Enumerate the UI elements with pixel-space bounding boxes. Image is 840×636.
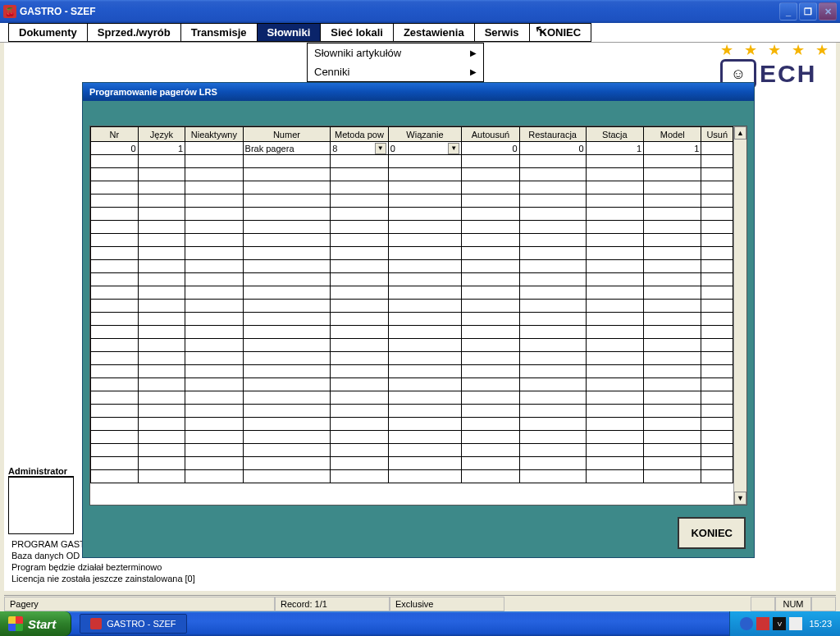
dropdown-label: Słowniki artykułów — [314, 47, 401, 59]
taskbar-app[interactable]: GASTRO - SZEF — [80, 614, 186, 634]
admin-panel: Administrator — [8, 466, 74, 534]
table-row[interactable] — [91, 194, 733, 208]
scroll-up-icon[interactable]: ▲ — [734, 126, 746, 140]
menubar: Dokumenty Sprzed./wyrób Transmisje Słown… — [0, 23, 840, 43]
start-label: Start — [28, 617, 56, 631]
minimize-button[interactable]: _ — [779, 2, 797, 21]
taskbar-app-label: GASTRO - SZEF — [107, 619, 176, 629]
dropdown-icon[interactable]: ▼ — [448, 143, 459, 154]
col-wiazanie[interactable]: Wiązanie — [388, 127, 462, 142]
info-line-4: Licencja nie została jeszcze zainstalowa… — [11, 573, 195, 584]
table-row[interactable] — [91, 221, 733, 234]
window-title: GASTRO - SZEF — [20, 6, 778, 17]
status-blank2 — [811, 597, 836, 611]
table-row[interactable] — [91, 286, 733, 300]
menu-dokumenty[interactable]: Dokumenty — [8, 23, 88, 42]
table-row[interactable] — [91, 365, 733, 378]
table-row[interactable] — [91, 260, 733, 273]
status-record: Record: 1/1 — [275, 597, 390, 611]
scroll-down-icon[interactable]: ▼ — [734, 492, 746, 505]
col-autousun[interactable]: Autousuń — [462, 127, 519, 142]
windows-logo-icon — [8, 616, 23, 631]
table-row[interactable] — [91, 444, 733, 457]
col-nr[interactable]: Nr — [91, 127, 139, 142]
table-row[interactable] — [91, 155, 733, 168]
table-row[interactable] — [91, 352, 733, 365]
table-row[interactable] — [91, 313, 733, 326]
table-row[interactable] — [91, 326, 733, 339]
data-table[interactable]: Nr Język Nieaktywny Numer Metoda pow Wią… — [90, 126, 733, 483]
statusbar: Pagery Record: 1/1 Exclusive NUM — [4, 595, 836, 611]
table-header-row: Nr Język Nieaktywny Numer Metoda pow Wią… — [91, 127, 733, 142]
menu-koniec[interactable]: KONIEC — [529, 23, 592, 42]
dropdown-item-slowniki-artykulow[interactable]: Słowniki artykułów ▶ — [308, 43, 483, 62]
dropdown-label: Cenniki — [314, 66, 349, 78]
start-button[interactable]: Start — [0, 611, 71, 636]
taskbar-app-icon — [90, 618, 102, 629]
menu-transmisje[interactable]: Transmisje — [180, 23, 258, 42]
menu-sprzed[interactable]: Sprzed./wyrób — [87, 23, 181, 42]
maximize-button[interactable]: ❐ — [799, 2, 817, 21]
status-num: NUM — [775, 597, 811, 611]
inner-window: Programowanie pagerów LRS Nr Język Nieak… — [82, 82, 755, 558]
admin-label: Administrator — [8, 466, 74, 477]
menu-dropdown: Słowniki artykułów ▶ Cenniki ▶ — [307, 43, 484, 82]
col-usun[interactable]: Usuń — [701, 127, 733, 142]
col-nieaktywny[interactable]: Nieaktywny — [185, 127, 243, 142]
admin-box — [8, 477, 74, 534]
tray-icon[interactable] — [756, 617, 769, 630]
table-row[interactable]: 01Brak pagera8▼0▼0011 — [91, 142, 733, 155]
info-line-3: Program będzie działał bezterminowo — [11, 561, 195, 573]
inner-title: Programowanie pagerów LRS — [89, 87, 217, 97]
col-numer[interactable]: Numer — [243, 127, 331, 142]
koniec-button[interactable]: KONIEC — [678, 517, 746, 549]
system-tray[interactable]: V 15:23 — [729, 611, 840, 636]
table-row[interactable] — [91, 181, 733, 194]
table-row[interactable] — [91, 405, 733, 418]
table-row[interactable] — [91, 208, 733, 221]
col-stacja[interactable]: Stacja — [586, 127, 643, 142]
menu-serwis[interactable]: Serwis — [474, 23, 530, 42]
table-row[interactable] — [91, 418, 733, 431]
table-row[interactable] — [91, 168, 733, 181]
status-blank — [751, 597, 775, 611]
table-row[interactable] — [91, 378, 733, 391]
tray-icon[interactable] — [740, 617, 753, 630]
submenu-arrow-icon: ▶ — [470, 67, 477, 76]
col-model[interactable]: Model — [644, 127, 701, 142]
status-left: Pagery — [4, 597, 275, 611]
table-row[interactable] — [91, 247, 733, 260]
dropdown-icon[interactable]: ▼ — [375, 143, 386, 154]
col-restauracja[interactable]: Restauracja — [519, 127, 586, 142]
inner-titlebar: Programowanie pagerów LRS — [83, 83, 754, 101]
table-row[interactable] — [91, 470, 733, 483]
menu-zestawienia[interactable]: Zestawienia — [393, 23, 475, 42]
tray-icon[interactable]: V — [773, 617, 786, 630]
table-row[interactable] — [91, 273, 733, 286]
logo-stars: ★ ★ ★ ★ ★ — [720, 41, 832, 59]
status-mode: Exclusive — [390, 597, 504, 611]
submenu-arrow-icon: ▶ — [470, 48, 477, 57]
logo-text: ECH — [760, 60, 816, 88]
table-row[interactable] — [91, 457, 733, 470]
table-row[interactable] — [91, 300, 733, 313]
table-row[interactable] — [91, 391, 733, 405]
col-jezyk[interactable]: Język — [138, 127, 185, 142]
menu-siec[interactable]: Sieć lokali — [320, 23, 394, 42]
table-row[interactable] — [91, 431, 733, 444]
tray-icon[interactable] — [789, 617, 802, 630]
grid: Nr Język Nieaktywny Numer Metoda pow Wią… — [89, 126, 747, 506]
menu-slowniki[interactable]: Słowniki — [257, 23, 322, 42]
col-metoda[interactable]: Metoda pow — [331, 127, 388, 142]
main-titlebar: 🍒 GASTRO - SZEF _ ❐ ✕ — [0, 0, 840, 23]
app-icon: 🍒 — [3, 5, 16, 18]
dropdown-item-cenniki[interactable]: Cenniki ▶ — [308, 62, 483, 81]
close-button[interactable]: ✕ — [819, 2, 837, 21]
scroll-track[interactable] — [734, 140, 746, 492]
vertical-scrollbar[interactable]: ▲ ▼ — [733, 126, 746, 505]
table-row[interactable] — [91, 339, 733, 352]
table-row[interactable] — [91, 234, 733, 247]
taskbar: Start GASTRO - SZEF V 15:23 — [0, 611, 840, 636]
clock: 15:23 — [809, 619, 832, 629]
